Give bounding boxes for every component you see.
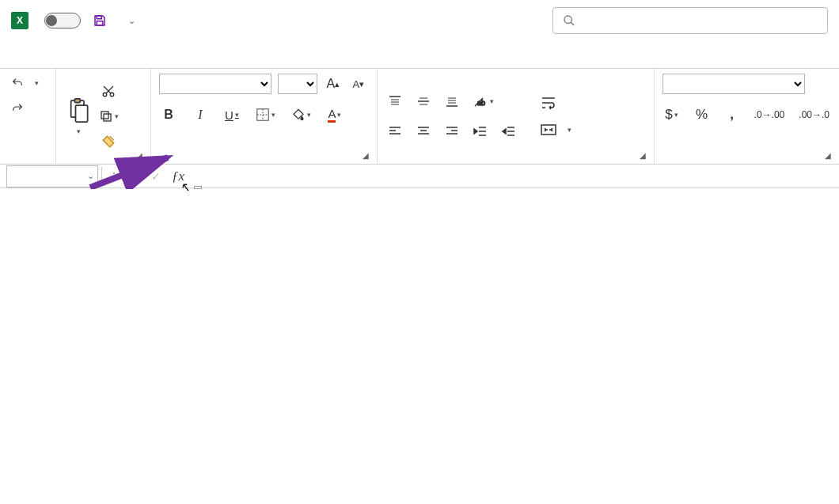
cut-icon[interactable] [97, 81, 120, 100]
align-right-icon[interactable] [442, 122, 461, 141]
svg-line-44 [90, 157, 168, 188]
ribbon-group-font: A▴ A▾ B I U▾ ▾ ▾ A▾ ◢ [151, 69, 378, 164]
comma-format-icon[interactable]: , [723, 105, 742, 124]
paste-icon [67, 97, 89, 124]
toggle-knob-icon [46, 15, 57, 26]
increase-indent-icon[interactable] [499, 122, 518, 141]
ribbon-group-alignment: ab▾ ▾ [378, 69, 654, 164]
formula-bar-row: ⌄ ⋮ ✕ ✓ ƒx ↖ [0, 165, 839, 188]
borders-button[interactable]: ▾ [254, 105, 277, 124]
svg-rect-5 [74, 99, 80, 103]
ribbon: ▾ ▾ ▾ ◢ [0, 68, 839, 165]
save-icon[interactable] [90, 11, 109, 30]
bold-button[interactable]: B [159, 105, 178, 124]
merge-center-icon [541, 123, 556, 137]
group-label-undo [8, 159, 47, 162]
wrap-text-icon [541, 96, 556, 110]
increase-font-icon[interactable]: A▴ [324, 74, 343, 93]
accounting-format-icon[interactable]: $▾ [662, 105, 681, 124]
dialog-launcher-icon[interactable]: ◢ [640, 151, 646, 160]
svg-line-3 [571, 22, 574, 25]
insert-function-button[interactable]: ƒx ↖ [172, 169, 184, 184]
align-center-icon[interactable] [414, 122, 433, 141]
autosave-toggle[interactable] [38, 13, 81, 28]
ribbon-group-clipboard: ▾ ▾ ◢ [56, 69, 151, 164]
paste-button[interactable]: ▾ [64, 96, 93, 137]
format-painter-icon[interactable] [97, 132, 120, 151]
document-name[interactable]: ⌄ [123, 16, 135, 26]
excel-logo-icon: X [11, 12, 28, 29]
svg-rect-9 [104, 114, 111, 121]
dialog-launcher-icon[interactable]: ◢ [825, 151, 831, 160]
formula-input[interactable] [191, 165, 839, 188]
wrap-text-button[interactable] [536, 94, 576, 112]
group-label-font: ◢ [159, 159, 369, 162]
chevron-down-icon: ⌄ [128, 16, 135, 26]
svg-rect-10 [101, 112, 108, 119]
increase-decimal-icon[interactable]: .0→.00 [753, 105, 787, 124]
group-label-alignment: ◢ [385, 159, 645, 162]
merge-center-button[interactable]: ▾ [536, 121, 576, 138]
copy-icon[interactable]: ▾ [97, 107, 120, 126]
svg-marker-42 [503, 129, 506, 134]
annotation-arrow-icon [89, 153, 176, 189]
ribbon-group-undo: ▾ [0, 69, 56, 164]
align-top-icon[interactable] [385, 92, 404, 111]
font-name-select[interactable] [159, 74, 271, 94]
font-color-button[interactable]: A▾ [325, 105, 344, 124]
cursor-icon: ↖ [180, 180, 190, 195]
dialog-launcher-icon[interactable]: ◢ [363, 151, 369, 160]
underline-button[interactable]: U▾ [222, 105, 241, 124]
font-size-select[interactable] [278, 74, 317, 94]
number-format-select[interactable] [662, 74, 805, 94]
chevron-down-icon: ▾ [77, 127, 81, 135]
svg-rect-0 [97, 16, 101, 19]
group-label-number: ◢ [662, 159, 831, 162]
tooltip [194, 186, 202, 189]
percent-format-icon[interactable]: % [693, 105, 712, 124]
svg-rect-43 [541, 125, 556, 135]
align-middle-icon[interactable] [414, 92, 433, 111]
decrease-indent-icon[interactable] [471, 122, 490, 141]
orientation-icon[interactable]: ab▾ [471, 92, 495, 111]
svg-rect-1 [97, 21, 103, 25]
svg-point-2 [564, 16, 571, 23]
italic-button[interactable]: I [191, 105, 210, 124]
title-bar: X ⌄ [0, 0, 839, 41]
align-bottom-icon[interactable] [442, 92, 461, 111]
search-icon [563, 14, 575, 27]
ribbon-group-number: $▾ % , .0→.00 .00→.0 ◢ [655, 69, 839, 164]
svg-rect-6 [75, 105, 87, 122]
name-box[interactable]: ⌄ [6, 165, 98, 188]
undo-icon[interactable] [8, 74, 27, 93]
chevron-down-icon[interactable]: ▾ [35, 79, 39, 87]
svg-marker-38 [474, 129, 477, 134]
chevron-down-icon: ▾ [115, 112, 119, 120]
chevron-down-icon: ▾ [568, 126, 571, 134]
toggle-switch[interactable] [44, 13, 81, 28]
align-left-icon[interactable] [385, 122, 404, 141]
search-input[interactable] [552, 7, 828, 34]
redo-icon[interactable] [8, 99, 27, 118]
fill-color-button[interactable]: ▾ [290, 105, 313, 124]
decrease-font-icon[interactable]: A▾ [349, 74, 368, 93]
decrease-decimal-icon[interactable]: .00→.0 [797, 105, 831, 124]
svg-text:ab: ab [477, 99, 485, 107]
ribbon-tabs [0, 41, 839, 68]
